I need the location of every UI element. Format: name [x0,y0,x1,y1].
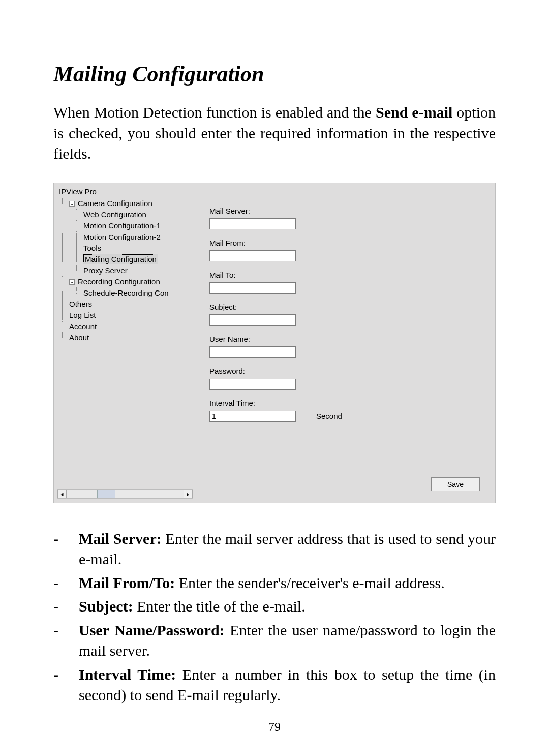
app-screenshot: IPView Pro -Camera Configuration Web Con… [53,183,496,503]
bullet-term: Mail From/To: [79,574,175,591]
tree-node-label: Camera Configuration [78,199,152,208]
bullet-dash: - [53,620,79,641]
tree-node-others[interactable]: Others [69,299,196,310]
intro-paragraph: When Motion Detection function is enable… [53,102,496,164]
intro-pre: When Motion Detection function is enable… [53,104,376,121]
scroll-thumb[interactable] [97,490,115,498]
scroll-track[interactable] [67,490,184,498]
description-list: - Mail Server: Enter the mail server add… [53,529,496,706]
tree-node-label: Web Configuration [83,210,146,219]
tree-node-label: Proxy Server [83,266,128,275]
tree-node-label: Others [69,300,92,308]
tree-node-label: Motion Configuration-2 [83,232,161,241]
tree-node-motion2[interactable]: Motion Configuration-2 [83,231,196,243]
scroll-left-button[interactable]: ◂ [57,490,67,498]
password-label: Password: [209,367,478,375]
mail-from-input[interactable] [209,250,296,261]
interval-unit: Second [316,412,342,420]
mail-from-label: Mail From: [209,239,478,247]
save-button[interactable]: Save [431,477,480,491]
bullet-body: Mail Server: Enter the mail server addre… [79,529,496,570]
password-input[interactable] [209,379,296,390]
user-name-label: User Name: [209,335,478,343]
interval-label: Interval Time: [209,399,478,408]
bullet-dash: - [53,573,79,594]
user-name-input[interactable] [209,346,296,358]
bullet-body: Mail From/To: Enter the sender's/receive… [79,573,496,594]
bullet-term: Interval Time: [79,666,176,683]
tree-node-label: Log List [69,311,96,319]
tree-node-camera-config[interactable]: -Camera Configuration Web Configuration … [69,198,196,276]
tree-node-label: Mailing Configuration [83,254,158,264]
bullet-term: User Name/Password: [79,622,225,638]
mail-to-label: Mail To: [209,271,478,279]
bullet-term: Mail Server: [79,530,162,547]
bullet-term: Subject: [79,598,133,615]
collapse-icon[interactable]: - [69,201,75,207]
tree-node-label: About [69,333,89,342]
interval-input[interactable] [209,411,296,422]
mail-server-input[interactable] [209,218,296,229]
bullet-row: - Mail Server: Enter the mail server add… [53,529,496,570]
bullet-row: - Mail From/To: Enter the sender's/recei… [53,573,496,594]
tree-node-label: Tools [83,244,101,252]
tree-pane: IPView Pro -Camera Configuration Web Con… [54,183,196,503]
bullet-dash: - [53,664,79,685]
scroll-right-button[interactable]: ▸ [184,490,193,498]
tree-node-tools[interactable]: Tools [83,243,196,254]
tree-scrollbar[interactable]: ◂ ▸ [57,489,193,499]
tree-node-mailing[interactable]: Mailing Configuration [83,254,196,265]
tree-node-label: Account [69,322,97,331]
tree-node-log-list[interactable]: Log List [69,310,196,321]
tree-node-account[interactable]: Account [69,321,196,332]
bullet-body: Subject: Enter the title of the e-mail. [79,596,496,617]
bullet-desc: Enter the sender's/receiver's e-mail add… [175,574,445,591]
tree-node-recording-config[interactable]: -Recording Configuration Schedule-Record… [69,276,196,299]
bullet-dash: - [53,596,79,617]
tree-node-motion1[interactable]: Motion Configuration-1 [83,220,196,231]
subject-label: Subject: [209,303,478,311]
tree-node-label: Schedule-Recording Con [83,288,169,297]
bullet-desc: Enter the title of the e-mail. [133,598,306,615]
bullet-dash: - [53,529,79,549]
bullet-row: - Subject: Enter the title of the e-mail… [53,596,496,617]
app-title: IPView Pro [59,187,196,196]
intro-bold: Send e-mail [376,104,452,121]
bullet-row: - Interval Time: Enter a number in this … [53,664,496,706]
page-heading: Mailing Configuration [53,61,496,87]
tree-node-label: Recording Configuration [78,277,160,286]
bullet-row: - User Name/Password: Enter the user nam… [53,620,496,661]
mail-to-input[interactable] [209,282,296,294]
mail-server-label: Mail Server: [209,207,478,215]
tree-node-schedule-recording[interactable]: Schedule-Recording Con [83,287,196,299]
bullet-body: Interval Time: Enter a number in this bo… [79,664,496,706]
tree-node-about[interactable]: About [69,332,196,343]
page-number: 79 [53,720,496,734]
tree-node-label: Motion Configuration-1 [83,221,161,230]
tree-node-web-config[interactable]: Web Configuration [83,209,196,220]
form-pane: Mail Server: Mail From: Mail To: Subject… [196,183,495,503]
collapse-icon[interactable]: - [69,279,75,285]
config-tree: -Camera Configuration Web Configuration … [59,198,196,343]
tree-node-proxy[interactable]: Proxy Server [83,265,196,276]
subject-input[interactable] [209,314,296,326]
bullet-body: User Name/Password: Enter the user name/… [79,620,496,661]
